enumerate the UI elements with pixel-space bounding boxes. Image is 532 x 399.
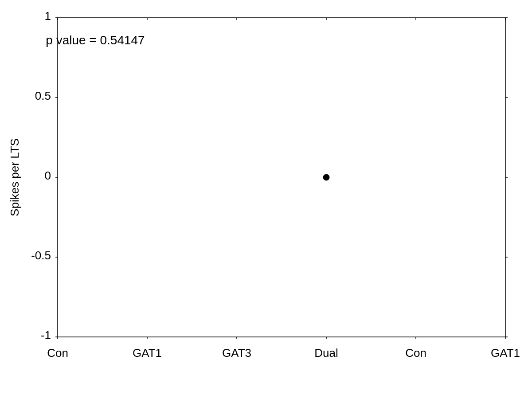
pvalue-label: p value = 0.54147 <box>46 33 145 47</box>
xlabel-dual: Dual <box>314 346 338 360</box>
ylabel-n05: -0.5 <box>31 249 51 262</box>
ylabel-n1: -1 <box>41 329 51 342</box>
xlabel-con2: Con <box>405 346 426 360</box>
chart-svg: 1 0.5 0 -0.5 -1 Con GAT1 GAT3 Dual Con G… <box>0 0 532 399</box>
plot-area <box>58 18 505 337</box>
xlabel-con1: Con <box>47 346 68 360</box>
ylabel-1: 1 <box>45 9 51 23</box>
data-point-dual-0 <box>323 174 329 180</box>
xlabel-gat3: GAT3 <box>222 346 251 360</box>
yaxis-label: Spikes per LTS <box>8 138 21 216</box>
ylabel-05: 0.5 <box>35 89 51 102</box>
chart-container: 1 0.5 0 -0.5 -1 Con GAT1 GAT3 Dual Con G… <box>0 0 532 399</box>
xlabel-gat1: GAT1 <box>133 346 162 360</box>
ylabel-0: 0 <box>45 169 51 182</box>
xlabel-gat1b: GAT1 <box>491 346 520 360</box>
